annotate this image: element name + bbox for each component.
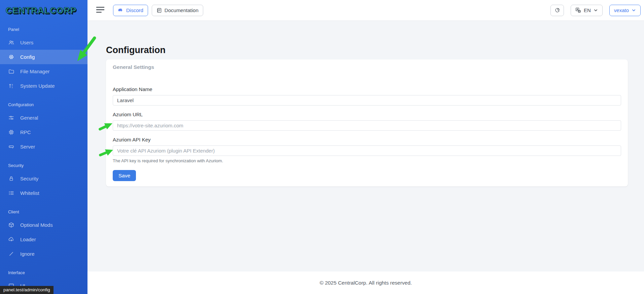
app-logo-text: CentralCorp bbox=[6, 5, 76, 16]
sidebar-item-label: Loader bbox=[20, 237, 36, 242]
hamburger-icon bbox=[96, 9, 105, 14]
save-button[interactable]: Save bbox=[113, 170, 136, 181]
discord-icon bbox=[118, 7, 123, 13]
azuriom-api-key-field-group: Azuriom API Key The API key is required … bbox=[113, 137, 621, 163]
sidebar-item-ignore[interactable]: Ignore bbox=[0, 247, 87, 261]
translate-icon bbox=[575, 7, 581, 13]
sidebar-nav: Panel Users Config File Manager bbox=[0, 21, 87, 293]
user-menu-button[interactable]: vexato bbox=[609, 5, 641, 16]
sidebar-section-configuration: Configuration bbox=[0, 102, 87, 107]
sidebar-item-label: Server bbox=[20, 144, 35, 150]
sidebar-item-label: File Manager bbox=[20, 69, 50, 74]
svg-text:1: 1 bbox=[11, 86, 13, 88]
azuriom-url-field-group: Azuriom URL bbox=[113, 112, 621, 131]
sort-numeric-up-icon: 91 bbox=[8, 83, 14, 89]
sidebar-item-general[interactable]: General bbox=[0, 111, 87, 125]
main-content: Configuration General Settings Applicati… bbox=[87, 21, 644, 294]
sidebar-item-file-manager[interactable]: File Manager bbox=[0, 64, 87, 79]
status-url-preview: panel.test/admin/config bbox=[0, 286, 53, 294]
sidebar-section-client: Client bbox=[0, 209, 87, 214]
api-key-help-text: The API key is required for synchronizat… bbox=[113, 158, 621, 163]
sidebar-item-label: System Update bbox=[20, 83, 55, 89]
box-icon bbox=[8, 222, 14, 228]
slash-icon bbox=[8, 251, 14, 257]
chevron-down-icon bbox=[632, 8, 636, 12]
language-selector[interactable]: EN bbox=[571, 5, 603, 16]
application-name-field-group: Application Name bbox=[113, 86, 621, 106]
card-section-title: General Settings bbox=[113, 64, 621, 70]
sidebar: CentralCorp Panel Users Config File M bbox=[0, 0, 87, 294]
sidebar-item-label: Security bbox=[20, 176, 38, 181]
user-name-label: vexato bbox=[614, 7, 629, 13]
menu-toggle-button[interactable] bbox=[96, 6, 106, 15]
sidebar-item-label: General bbox=[20, 115, 38, 121]
app-root: CentralCorp Panel Users Config File M bbox=[0, 0, 644, 294]
sidebar-section-interface: Interface bbox=[0, 270, 87, 275]
page-title: Configuration bbox=[106, 45, 628, 55]
moon-stars-icon bbox=[554, 7, 560, 13]
azuriom-url-label: Azuriom URL bbox=[113, 112, 621, 117]
chevron-down-icon bbox=[594, 8, 598, 12]
topbar-right-group: EN vexato bbox=[550, 5, 641, 16]
sidebar-item-system-update[interactable]: 91 System Update bbox=[0, 79, 87, 93]
sidebar-section-security: Security bbox=[0, 163, 87, 168]
documentation-button-label: Documentation bbox=[165, 7, 199, 13]
azuriom-url-input[interactable] bbox=[113, 120, 621, 131]
list-check-icon bbox=[8, 190, 14, 196]
sidebar-item-security[interactable]: Security bbox=[0, 171, 87, 186]
azuriom-api-key-input[interactable] bbox=[113, 145, 621, 156]
sidebar-item-label: Users bbox=[20, 40, 33, 45]
sidebar-item-server[interactable]: Server bbox=[0, 139, 87, 154]
sidebar-item-config[interactable]: Config bbox=[0, 50, 87, 64]
sidebar-item-label: Config bbox=[20, 54, 35, 60]
journal-icon bbox=[156, 8, 162, 13]
topbar: Discord Documentation EN bbox=[87, 0, 644, 21]
hdd-icon bbox=[8, 143, 14, 150]
sidebar-item-loader[interactable]: Loader bbox=[0, 232, 87, 247]
sidebar-item-whitelist[interactable]: Whitelist bbox=[0, 186, 87, 200]
sliders-icon bbox=[8, 115, 14, 121]
documentation-button[interactable]: Documentation bbox=[152, 5, 203, 16]
language-label: EN bbox=[584, 7, 591, 13]
sidebar-item-label: Optional Mods bbox=[20, 222, 53, 228]
sidebar-item-label: Ignore bbox=[20, 251, 35, 257]
azuriom-api-key-label: Azuriom API Key bbox=[113, 137, 621, 142]
gear-icon bbox=[8, 54, 14, 60]
sidebar-item-optional-mods[interactable]: Optional Mods bbox=[0, 218, 87, 232]
copyright-text: © 2025 CentralCorp. All rights reserved. bbox=[320, 280, 412, 286]
svg-text:9: 9 bbox=[11, 84, 13, 86]
discord-button[interactable]: Discord bbox=[113, 5, 148, 16]
application-name-input[interactable] bbox=[113, 95, 621, 106]
folder-icon bbox=[8, 68, 14, 75]
cloud-download-icon bbox=[8, 236, 14, 243]
app-logo[interactable]: CentralCorp bbox=[0, 0, 87, 21]
sidebar-item-rpc[interactable]: RPC bbox=[0, 125, 87, 139]
sidebar-item-label: RPC bbox=[20, 129, 31, 135]
page-footer: © 2025 CentralCorp. All rights reserved. bbox=[87, 271, 644, 294]
general-settings-card: General Settings Application Name Azurio… bbox=[106, 59, 628, 186]
dark-mode-button[interactable] bbox=[550, 5, 564, 16]
lock-icon bbox=[8, 175, 14, 182]
application-name-label: Application Name bbox=[113, 86, 621, 92]
cpu-icon bbox=[8, 129, 14, 135]
sidebar-section-panel: Panel bbox=[0, 27, 87, 32]
users-icon bbox=[8, 39, 14, 46]
sidebar-item-label: Whitelist bbox=[20, 190, 39, 196]
sidebar-item-users[interactable]: Users bbox=[0, 35, 87, 50]
discord-button-label: Discord bbox=[126, 7, 143, 13]
